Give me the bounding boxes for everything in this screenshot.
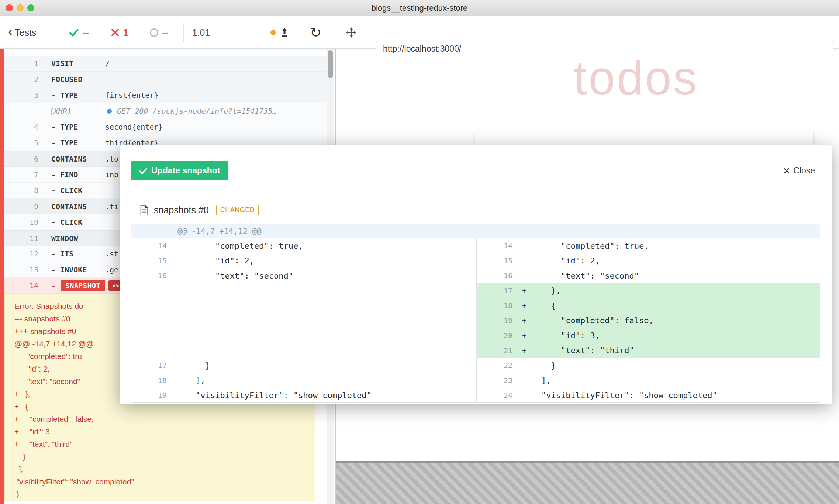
- command-number: 1: [4, 59, 38, 68]
- changed-badge: CHANGED: [216, 205, 259, 215]
- diff-line-number: 16: [131, 268, 172, 283]
- crosshair-icon: [345, 27, 357, 38]
- url-input[interactable]: [376, 41, 833, 57]
- viewport-striped-background: [336, 461, 839, 504]
- scrollbar-thumb[interactable]: [328, 50, 333, 78]
- command-log-row[interactable]: 2 FOCUSED: [4, 72, 327, 87]
- diff-line-code: "id": 2,: [172, 256, 254, 265]
- command-name: CONTAINS: [51, 202, 105, 211]
- tests-label: Tests: [15, 27, 36, 38]
- command-number: 13: [4, 265, 38, 274]
- diff-line-number: 23: [477, 373, 518, 388]
- update-snapshot-button[interactable]: Update snapshot: [131, 161, 228, 180]
- diff-line: 18 ],: [131, 373, 476, 388]
- error-line: ],: [14, 463, 315, 476]
- diff-line-number: 18: [131, 373, 172, 388]
- passed-count: --: [69, 16, 89, 49]
- test-duration-value: 1.01: [192, 27, 210, 38]
- error-line: }: [14, 488, 315, 501]
- diff-line: 15 "id": 2,: [477, 253, 820, 269]
- command-log-row[interactable]: 3 - TYPE first{enter}: [4, 87, 327, 103]
- diff-hunk-header-row: @@ -14,7 +14,12 @@: [131, 224, 820, 238]
- close-icon: [783, 167, 790, 175]
- toolbar-divider: [218, 23, 218, 42]
- diff-right-column: 14 "completed": true, 15 "id": 2, 16 "te…: [476, 238, 820, 403]
- diff-line: 19 + "completed": false,: [477, 313, 820, 328]
- diff-line-code: + },: [518, 286, 561, 295]
- command-args: second{enter}: [105, 122, 163, 131]
- diff-line-number: 21: [477, 343, 518, 358]
- test-runner-toolbar: ‹ Tests -- 1 -- 1.01 ↻: [0, 16, 839, 49]
- diff-line-code: "text": "second": [172, 271, 293, 280]
- close-modal-button[interactable]: Close: [783, 166, 815, 176]
- refresh-icon[interactable]: ↻: [310, 16, 321, 49]
- close-label: Close: [793, 166, 815, 176]
- auto-scrolling-toggle[interactable]: [270, 16, 290, 49]
- diff-line-code: "completed": true,: [172, 241, 303, 251]
- diff-line-code: + "id": 3,: [518, 331, 600, 340]
- command-args: GET 200 /sockjs-node/info?t=1541735…: [117, 107, 277, 115]
- command-name: -: [51, 281, 56, 290]
- failed-test-accent-bar: [0, 49, 4, 504]
- command-log-row[interactable]: 4 - TYPE second{enter}: [4, 119, 327, 135]
- command-log-row[interactable]: 1 VISIT /: [4, 56, 327, 72]
- diff-line-code: }: [172, 361, 210, 370]
- command-args: first{enter}: [105, 91, 159, 100]
- diff-line: 17 }: [131, 358, 476, 373]
- diff-line: 16 "text": "second": [477, 268, 820, 283]
- diff-line-number: 17: [131, 358, 172, 373]
- diff-line-number: [131, 343, 172, 358]
- diff-line: [131, 298, 476, 313]
- command-log-row[interactable]: (XHR) GET 200 /sockjs-node/info?t=154173…: [4, 103, 327, 119]
- error-line: + "text": "third": [14, 438, 315, 451]
- diff-line-number: [131, 283, 172, 298]
- diff-line-code: + {: [518, 301, 556, 310]
- diff-line: [131, 313, 476, 328]
- diff-line: 15 "id": 2,: [131, 253, 476, 269]
- diff-line-code: "id": 2,: [518, 256, 600, 265]
- back-to-tests-button[interactable]: ‹ Tests: [8, 16, 36, 49]
- toolbar-divider: [59, 23, 59, 42]
- diff-line-number: [131, 298, 172, 313]
- minimize-window-button[interactable]: [17, 4, 24, 11]
- selector-playground-icon[interactable]: [345, 16, 357, 49]
- diff-line: 19 "visibilityFilter": "show_completed": [131, 388, 476, 403]
- command-number: 8: [4, 186, 38, 195]
- diff-line-code: ],: [518, 376, 551, 385]
- pending-circle-icon: [150, 28, 158, 37]
- command-name: - INVOKE: [51, 265, 105, 274]
- snapshot-file-box: snapshots #0 CHANGED @@ -14,7 +14,12 @@ …: [131, 196, 820, 403]
- document-icon: [140, 205, 149, 215]
- diff-line: 21 + "text": "third": [477, 343, 820, 358]
- command-name: WINDOW: [51, 234, 105, 243]
- diff-line: 20 + "id": 3,: [477, 328, 820, 343]
- snapshot-badge[interactable]: SNAPSHOT: [61, 280, 105, 291]
- command-name: - TYPE: [51, 138, 105, 147]
- diff-line: [131, 328, 476, 343]
- pending-count-value: --: [162, 27, 168, 38]
- check-icon: [69, 28, 79, 38]
- diff-line-code: "text": "second": [518, 271, 639, 280]
- modal-header: Update snapshot Close: [120, 145, 832, 196]
- command-name: - TYPE: [51, 122, 105, 131]
- zoom-window-button[interactable]: [27, 4, 34, 11]
- diff-line-code: "completed": true,: [518, 241, 649, 251]
- snapshot-file-header: snapshots #0 CHANGED: [131, 196, 820, 224]
- diff-left-column: 14 "completed": true, 15 "id": 2, 16 "te…: [131, 238, 476, 403]
- diff-line-number: 24: [477, 388, 518, 403]
- diff-line-number: 22: [477, 358, 518, 373]
- diff-line: [131, 343, 476, 358]
- passed-count-value: --: [83, 27, 89, 38]
- diff-line-code: + "text": "third": [518, 346, 634, 355]
- diff-line: 16 "text": "second": [131, 268, 476, 283]
- diff-line: 14 "completed": true,: [131, 238, 476, 253]
- close-window-button[interactable]: [6, 4, 13, 11]
- command-name: CONTAINS: [51, 155, 105, 163]
- command-number: 9: [4, 202, 38, 211]
- diff-split-view: 14 "completed": true, 15 "id": 2, 16 "te…: [131, 238, 820, 403]
- diff-line-number: 18: [477, 298, 518, 313]
- command-name: - FIND: [51, 170, 105, 179]
- snapshot-title: snapshots #0: [154, 205, 209, 215]
- command-name: - ITS: [51, 249, 105, 258]
- diff-line-code: "visibilityFilter": "show_completed": [172, 391, 372, 400]
